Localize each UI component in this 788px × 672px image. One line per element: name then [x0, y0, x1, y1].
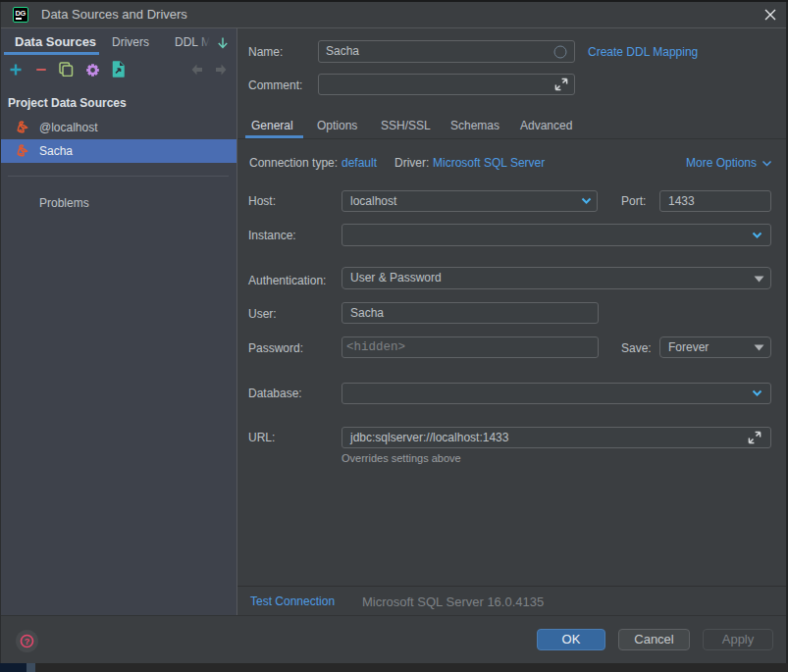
- svg-text:?: ?: [25, 637, 30, 646]
